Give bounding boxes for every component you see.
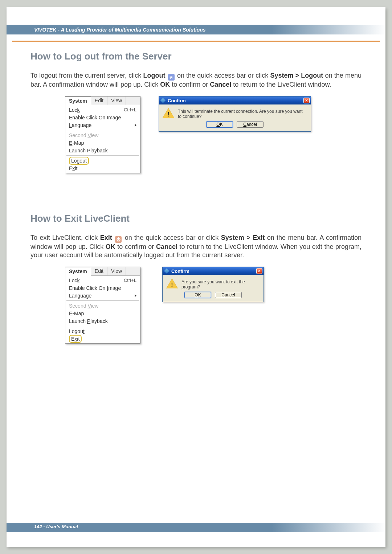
paragraph-logout: To logout from the current server, click… (30, 71, 362, 89)
system-menu-logout: System Edit View Lock Ctrl+L Enable Clic… (65, 96, 140, 173)
confirm-dialog-exit: Confirm × ! Are you sure you want to exi… (162, 267, 264, 302)
menu-item-language[interactable]: Language (65, 121, 140, 129)
page-header: VIVOTEK - A Leading Provider of Multimed… (7, 25, 385, 34)
menu-item-enable-click[interactable]: Enable Click On Image (65, 114, 140, 121)
footer-text: 142 - User's Manual (34, 524, 78, 529)
menu-item-enable-click[interactable]: Enable Click On Image (65, 284, 140, 292)
warning-icon: ! (166, 279, 178, 289)
section-title-exit: How to Exit LiveClient (30, 213, 362, 224)
close-icon: × (258, 269, 261, 273)
confirm-dialog-logout: Confirm × ! This will terminate the curr… (159, 96, 311, 132)
menu-item-label: Language (69, 293, 91, 299)
header-accent-line (12, 41, 380, 42)
page-footer: 142 - User's Manual (34, 524, 78, 529)
header-text: VIVOTEK - A Leading Provider of Multimed… (34, 27, 206, 33)
logout-icon: ⎘ (168, 74, 175, 81)
menu-tab-system[interactable]: System (65, 97, 91, 105)
menu-item-exit[interactable]: Exit (65, 164, 140, 172)
text: to confirm or (117, 243, 156, 250)
menu-item-second-view: Second View (65, 131, 140, 139)
menu-item-label: Lock (69, 278, 80, 283)
bold-ok: OK (160, 81, 170, 88)
menu-item-lock[interactable]: Lock Ctrl+L (65, 106, 140, 114)
text: To logout from the current server, click (30, 72, 143, 79)
menu-tab-view[interactable]: View (107, 97, 126, 105)
menu-item-label: E-Map (69, 140, 84, 146)
menu-item-launch-playback[interactable]: Launch Playback (65, 317, 140, 325)
menu-item-label: Launch Playback (69, 148, 108, 153)
menu-separator (66, 130, 139, 130)
menu-item-second-view: Second View (65, 302, 140, 309)
menu-item-label: Enable Click On Image (69, 285, 121, 291)
document-page: VIVOTEK - A Leading Provider of Multimed… (7, 7, 385, 547)
ok-button[interactable]: OK (184, 292, 211, 298)
menu-item-label: Logout (69, 328, 85, 334)
ok-button[interactable]: OK (206, 121, 233, 128)
menu-shortcut: Ctrl+L (124, 278, 136, 283)
menu-separator (66, 326, 139, 326)
text: to confirm or (172, 81, 210, 88)
dialog-icon (164, 268, 169, 274)
bold-cancel: Cancel (156, 243, 177, 250)
dialog-message: Are you sure you want to exit the progra… (181, 279, 259, 290)
menu-shortcut: Ctrl+L (124, 107, 136, 112)
warning-icon: ! (163, 108, 174, 118)
menu-item-launch-playback[interactable]: Launch Playback (65, 147, 140, 154)
bold-cancel: Cancel (210, 81, 231, 88)
dialog-title: Confirm (171, 268, 189, 274)
text: on the quick access bar or click (177, 72, 270, 79)
menu-item-lock[interactable]: Lock Ctrl+L (65, 276, 140, 284)
page-sheet: VIVOTEK - A Leading Provider of Multimed… (0, 0, 392, 554)
menu-item-emap[interactable]: E-Map (65, 139, 140, 147)
menu-separator (66, 300, 139, 301)
menu-item-label: Enable Click On Image (69, 115, 121, 120)
dialog-message: This will terminate the current connecti… (178, 108, 306, 119)
menu-tabs: System Edit View (65, 267, 140, 276)
menu-item-exit[interactable]: Exit (65, 335, 140, 342)
submenu-arrow-icon (135, 124, 136, 127)
menu-separator (66, 155, 139, 156)
text: on the quick access bar or click (125, 234, 221, 241)
menu-item-label: Second View (69, 303, 98, 309)
cancel-button[interactable]: Cancel (215, 292, 242, 298)
system-menu-exit: System Edit View Lock Ctrl+L Enable Clic… (65, 267, 140, 344)
dialog-titlebar[interactable]: Confirm × (159, 97, 311, 104)
menu-item-logout[interactable]: Logout (65, 157, 140, 164)
close-icon: × (305, 98, 308, 103)
menu-item-language[interactable]: Language (65, 292, 140, 299)
menu-item-label: E-Map (69, 311, 84, 316)
menu-item-label: Second View (69, 132, 98, 138)
close-button[interactable]: × (256, 268, 262, 274)
menu-tab-view[interactable]: View (107, 267, 126, 275)
menu-item-logout[interactable]: Logout (65, 327, 140, 335)
menu-tab-system[interactable]: System (65, 267, 91, 276)
menu-item-label: Lock (69, 107, 80, 113)
menu-tab-edit[interactable]: Edit (91, 267, 107, 275)
dialog-titlebar[interactable]: Confirm × (163, 267, 264, 275)
close-button[interactable]: × (303, 98, 310, 103)
bold-logout: Logout (143, 72, 166, 79)
dialog-title: Confirm (168, 98, 186, 103)
text: To exit LiveClient, click (30, 234, 100, 241)
menu-item-emap[interactable]: E-Map (65, 309, 140, 317)
submenu-arrow-icon (135, 294, 136, 297)
paragraph-exit: To exit LiveClient, click Exit ⏻ on the … (30, 234, 362, 259)
bold-system-exit: System > Exit (221, 234, 265, 241)
bold-system-logout: System > Logout (270, 72, 323, 79)
dialog-icon (160, 98, 166, 103)
section-title-logout: How to Log out from the Server (30, 51, 362, 62)
highlight-exit: Exit (69, 335, 82, 343)
highlight-logout: Logout (69, 157, 89, 165)
menu-item-label: Exit (69, 165, 77, 171)
exit-icon: ⏻ (115, 236, 122, 243)
menu-tab-edit[interactable]: Edit (91, 97, 107, 105)
text: to return to the LiveClient window. (233, 81, 331, 88)
menu-item-label: Launch Playback (69, 318, 108, 324)
bold-ok: OK (106, 243, 115, 250)
menu-item-label: Language (69, 122, 91, 128)
menu-tabs: System Edit View (65, 97, 140, 105)
bold-exit: Exit (100, 234, 112, 241)
cancel-button[interactable]: Cancel (237, 121, 264, 128)
